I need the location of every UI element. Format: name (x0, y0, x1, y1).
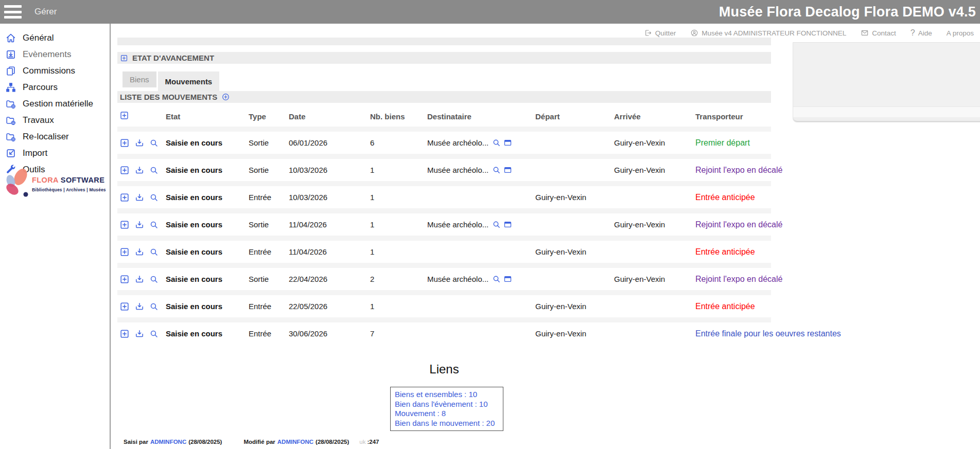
download-icon[interactable] (134, 247, 145, 257)
expand-row-icon[interactable] (119, 165, 130, 175)
logo-brand: FLORA SOFTWARE (32, 176, 106, 184)
row-separator (117, 317, 771, 322)
download-icon[interactable] (134, 192, 145, 203)
expand-row-icon[interactable] (119, 192, 130, 203)
sidebar-item-ev-nements[interactable]: Evènements (0, 46, 110, 63)
cell-transporteur: Entrée finale pour les oeuvres restantes (695, 329, 972, 338)
exit-icon (644, 29, 652, 37)
cell-type: Sortie (249, 275, 289, 283)
cell-depart: Guiry-en-Vexin (535, 193, 614, 202)
expand-section-icon[interactable] (120, 54, 128, 62)
logo-tagline: Bibliothèques | Archives | Musées (32, 187, 106, 192)
cell-nb-biens: 1 (370, 166, 427, 174)
liens-box: Biens et ensembles : 10Bien dans l'évène… (390, 387, 503, 431)
search-destinataire-icon[interactable] (492, 138, 501, 147)
cell-date: 10/03/2026 (289, 166, 370, 174)
table-row: Saisie en cours Sortie 11/04/2026 1 Musé… (117, 213, 972, 236)
cell-type: Entrée (249, 329, 289, 338)
search-icon[interactable] (149, 302, 159, 311)
lien-link[interactable]: Bien dans le mouvement : 20 (395, 419, 499, 428)
open-window-icon[interactable] (503, 166, 512, 174)
search-icon[interactable] (149, 193, 159, 202)
hamburger-menu-icon[interactable] (4, 5, 22, 19)
table-row: Saisie en cours Sortie 06/01/2026 6 Musé… (117, 132, 972, 154)
sidebar-item-gestion-mat-rielle[interactable]: Gestion matérielle (0, 96, 110, 112)
expand-row-icon[interactable] (119, 329, 130, 339)
person-icon (690, 29, 698, 37)
search-icon[interactable] (149, 220, 159, 229)
search-icon[interactable] (149, 247, 159, 257)
column-header-nb-biens: Nb. biens (370, 112, 427, 121)
folderglobe-icon (5, 131, 16, 142)
cell-transporteur: Entrée anticipée (695, 247, 972, 257)
row-separator (117, 208, 771, 213)
cell-destinataire: Musée archéolo... (427, 138, 535, 147)
download-icon[interactable] (134, 220, 145, 230)
sidebar-item-commissions[interactable]: Commissions (0, 63, 110, 79)
tab-mouvements[interactable]: Mouvements (158, 71, 220, 91)
utility-link-a-propos[interactable]: A propos (947, 29, 974, 37)
lien-link[interactable]: Bien dans l'évènement : 10 (395, 400, 499, 409)
cell-arrivee: Guiry-en-Vexin (614, 275, 695, 283)
search-destinataire-icon[interactable] (492, 166, 501, 174)
row-separator (117, 154, 771, 159)
utility-link-mus-e-v4-administrateur-fonctionnel[interactable]: Musée v4 ADMINISTRATEUR FONCTIONNEL (690, 29, 846, 37)
column-header-destinataire: Destinataire (427, 112, 535, 121)
expand-row-icon[interactable] (119, 274, 130, 284)
expand-row-icon[interactable] (119, 301, 130, 312)
search-icon[interactable] (149, 166, 159, 175)
open-window-icon[interactable] (503, 275, 512, 283)
sidebar-item-re-localiser[interactable]: Re-localiser (0, 129, 110, 145)
saisi-user-link[interactable]: ADMINFONC (150, 439, 186, 445)
search-icon[interactable] (149, 275, 159, 284)
sidebar-item-parcours[interactable]: Parcours (0, 79, 110, 96)
mail-icon (861, 29, 869, 37)
sidebar-item-g-n-ral[interactable]: Général (0, 30, 110, 46)
column-header-arriv-e: Arrivée (614, 112, 695, 121)
utility-link-contact[interactable]: Contact (861, 29, 896, 37)
open-window-icon[interactable] (503, 138, 512, 147)
cell-type: Sortie (249, 166, 289, 174)
download-icon[interactable] (134, 274, 145, 284)
expand-row-icon[interactable] (119, 247, 130, 257)
sidebar-item-travaux[interactable]: Travaux (0, 112, 110, 129)
search-destinataire-icon[interactable] (492, 220, 501, 229)
cell-type: Entrée (249, 247, 289, 256)
table-row: Saisie en cours Sortie 22/04/2026 2 Musé… (117, 268, 972, 290)
cell-destinataire: Musée archéolo... (427, 220, 535, 229)
utility-link-quitter[interactable]: Quitter (644, 29, 676, 37)
tab-biens[interactable]: Biens (122, 71, 156, 87)
cell-nb-biens: 1 (370, 302, 427, 311)
download-icon[interactable] (134, 329, 145, 339)
open-window-icon[interactable] (503, 220, 512, 229)
expand-row-icon[interactable] (119, 220, 130, 230)
sidebar: Général Evènements Commissions Parcours … (0, 24, 110, 449)
search-icon[interactable] (149, 329, 159, 338)
home-icon (5, 32, 16, 44)
row-separator (117, 127, 771, 132)
row-separator (117, 290, 771, 295)
uk-label: uk (359, 439, 365, 445)
cell-arrivee: Guiry-en-Vexin (614, 166, 695, 174)
download-icon[interactable] (134, 301, 145, 312)
uk-value: :247 (367, 439, 379, 445)
modifie-user-link[interactable]: ADMINFONC (277, 439, 313, 445)
cell-type: Sortie (249, 138, 289, 147)
lien-link[interactable]: Biens et ensembles : 10 (395, 390, 499, 400)
search-destinataire-icon[interactable] (492, 275, 501, 283)
expand-all-icon[interactable] (119, 111, 129, 120)
add-mouvement-icon[interactable] (221, 93, 230, 101)
download-icon[interactable] (134, 165, 145, 175)
utility-link-aide[interactable]: ? Aide (911, 28, 932, 38)
search-icon[interactable] (149, 138, 159, 148)
list-header-bar: LISTE DES MOUVEMENTS (117, 91, 771, 103)
download-icon[interactable] (134, 138, 145, 148)
table-row: Saisie en cours Entrée 30/06/2026 7 Guir… (117, 322, 972, 345)
sidebar-item-import[interactable]: Import (0, 145, 110, 161)
lien-link[interactable]: Mouvement : 8 (395, 409, 499, 419)
cell-type: Entrée (249, 193, 289, 202)
modifie-label: Modifié par (243, 439, 275, 445)
right-side-panel[interactable] (793, 42, 980, 122)
expand-row-icon[interactable] (119, 138, 130, 148)
menu-gerer[interactable]: Gérer (34, 7, 57, 17)
